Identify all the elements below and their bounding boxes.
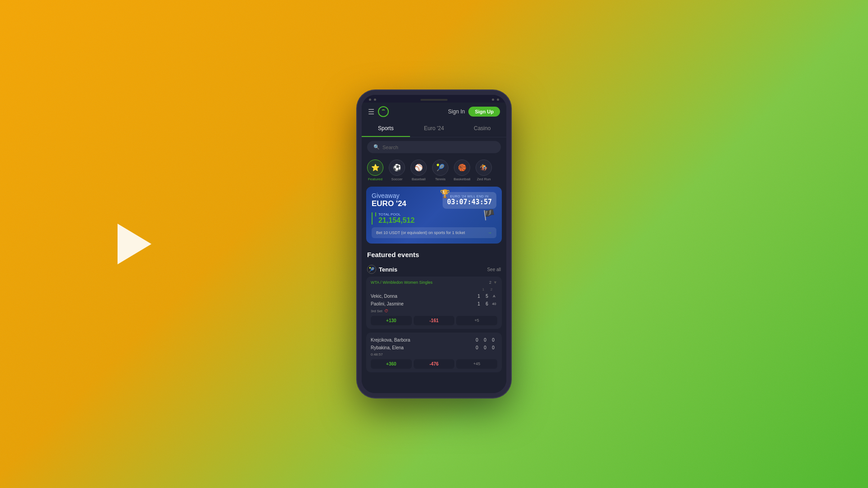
banner-trophy-icon: 🏆 (440, 189, 450, 199)
odd-btn-2a[interactable]: +360 (371, 359, 412, 369)
app-content: ☰ Sign In Sign Up Sports Euro '24 Casino… (362, 103, 506, 393)
search-bar[interactable]: 🔍 Search (367, 141, 501, 153)
phone-frame: ☰ Sign In Sign Up Sports Euro '24 Casino… (357, 90, 511, 398)
match-count-badge: 2 ▼ (489, 280, 497, 285)
total-pool-label: TOTAL POOL (375, 212, 496, 216)
odd-btn-1c[interactable]: +5 (456, 316, 497, 325)
tab-casino[interactable]: Casino (458, 121, 506, 137)
phone-status-bar (362, 95, 506, 103)
match-card-1: WTA / Wimbledon Women Singles 2 ▼ 1 2 Ve… (366, 277, 502, 329)
featured-events-section: Featured events (362, 246, 506, 265)
search-input[interactable]: Search (382, 145, 398, 150)
score-headers: 1 2 (371, 287, 497, 291)
tab-euro[interactable]: Euro '24 (410, 121, 458, 137)
sport-soccer[interactable]: ⚽ Soccer (387, 160, 407, 181)
app-header: ☰ Sign In Sign Up (362, 103, 506, 121)
giveaway-pre-title: Giveaway (372, 192, 443, 199)
scroll-content[interactable]: Giveaway EURO '24 EURO '24 WILL END IN 0… (362, 184, 506, 393)
match-time-2: 0:48:57 (371, 352, 497, 357)
tennis-section-icon: 🎾 (367, 265, 376, 274)
odds-row-2: +360 -476 +45 (371, 359, 497, 369)
giveaway-banner[interactable]: Giveaway EURO '24 EURO '24 WILL END IN 0… (366, 187, 502, 244)
search-icon: 🔍 (373, 144, 380, 150)
match-card-2: Krejcikova, Barbora 0 0 0 Rybakina, Elen… (366, 333, 502, 372)
odd-btn-2b[interactable]: -476 (414, 359, 455, 369)
tennis-section: 🎾 Tennis See all WTA / Wimbledon Women S… (362, 265, 506, 372)
play-button[interactable] (118, 224, 151, 264)
match-status-1: 3rd Set ⏱ (371, 308, 497, 314)
tennis-section-name: Tennis (379, 266, 397, 273)
player-row-4: Rybakina, Elena 0 0 0 (371, 344, 497, 352)
sport-featured[interactable]: ⭐ Featured (365, 160, 385, 181)
player-row-2: Paolini, Jasmine 1 6 40 (371, 300, 497, 308)
odd-btn-2c[interactable]: +45 (456, 359, 497, 369)
banner-flag-icon: 🏴 (479, 187, 498, 244)
phone-speaker (420, 99, 448, 101)
sports-icons-row: ⭐ Featured ⚽ Soccer ⚾ Baseball 🎾 Tennis … (362, 157, 506, 184)
tab-sports[interactable]: Sports (362, 121, 410, 137)
nav-tabs: Sports Euro '24 Casino (362, 121, 506, 137)
sport-tennis[interactable]: 🎾 Tennis (430, 160, 450, 181)
sport-baseball[interactable]: ⚾ Baseball (409, 160, 429, 181)
sport-basketball[interactable]: 🏀 Basketball (452, 160, 472, 181)
player-row-3: Krejcikova, Barbora 0 0 0 (371, 336, 497, 344)
odd-btn-1a[interactable]: +130 (371, 316, 412, 325)
pool-amount: 21,154,512 (375, 216, 496, 225)
bet-cta-button[interactable]: Bet 10 USDT (or equivalent) on sports fo… (372, 227, 496, 238)
sport-zedrun[interactable]: 🏇 Zed Run (474, 160, 494, 181)
odds-row-1: +130 -161 +5 (371, 316, 497, 325)
sign-in-button[interactable]: Sign In (448, 108, 465, 115)
hamburger-icon[interactable]: ☰ (368, 108, 374, 116)
sign-up-button[interactable]: Sign Up (468, 107, 500, 117)
odd-btn-1b[interactable]: -161 (414, 316, 455, 325)
giveaway-title: EURO '24 (372, 199, 443, 208)
logo-icon[interactable] (378, 106, 389, 117)
tennis-see-all[interactable]: See all (487, 267, 501, 272)
match-league-1: WTA / Wimbledon Women Singles 2 ▼ (371, 280, 497, 285)
player-row-1: Vekic, Donna 1 5 A (371, 292, 497, 300)
featured-events-title: Featured events (367, 251, 501, 258)
tennis-section-header: 🎾 Tennis See all (362, 265, 506, 277)
